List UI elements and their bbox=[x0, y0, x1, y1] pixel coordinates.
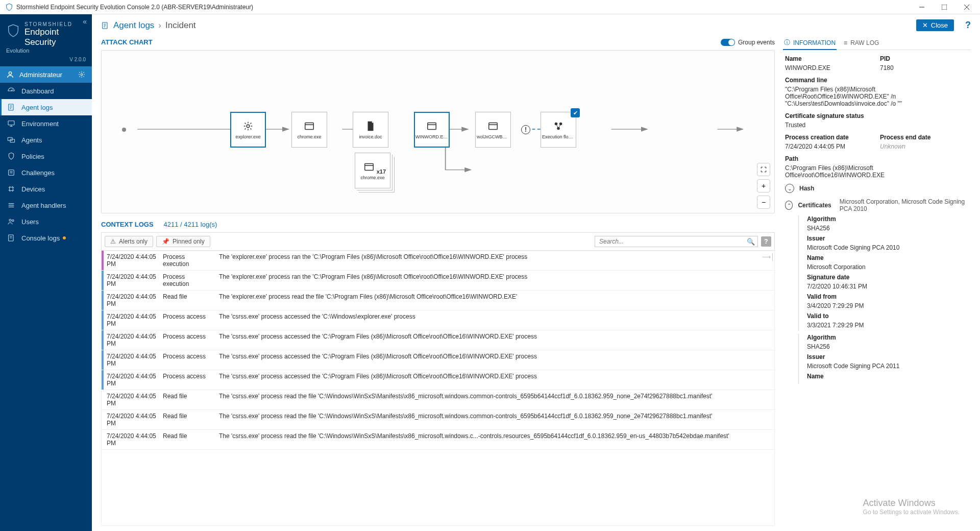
pin-icon[interactable] bbox=[762, 350, 774, 355]
log-row[interactable]: 7/24/2020 4:44:05 PMProcess accessThe 'c… bbox=[102, 370, 774, 390]
svg-point-44 bbox=[555, 123, 558, 126]
log-timestamp: 7/24/2020 4:44:05 PM bbox=[104, 310, 160, 330]
pin-icon[interactable] bbox=[762, 330, 774, 335]
node-wol[interactable]: wolJxGCWBZ.e... bbox=[475, 112, 511, 148]
context-help-icon[interactable]: ? bbox=[761, 236, 771, 247]
log-description: The 'csrss.exe' process accessed the 'C:… bbox=[216, 330, 762, 343]
search-icon[interactable]: 🔍 bbox=[747, 238, 755, 246]
log-row[interactable]: 7/24/2020 4:44:05 PMRead fileThe 'csrss.… bbox=[102, 410, 774, 430]
sidebar-item-label: Dashboard bbox=[21, 87, 54, 95]
pinned-only-button[interactable]: 📌Pinned only bbox=[156, 236, 210, 247]
sidebar-admin[interactable]: Administrateur bbox=[0, 66, 92, 83]
breadcrumb-root[interactable]: Agent logs bbox=[113, 20, 154, 31]
group-events-toggle[interactable]: Group events bbox=[721, 39, 775, 46]
log-timestamp: 7/24/2020 4:44:05 PM bbox=[104, 291, 160, 310]
collapse-sidebar-icon[interactable]: « bbox=[83, 17, 87, 26]
fullscreen-button[interactable] bbox=[757, 163, 770, 176]
brand-line3: Evolution bbox=[6, 47, 86, 54]
switch-icon bbox=[721, 39, 735, 46]
node-execution-flow[interactable]: ✔ Execution flow... bbox=[541, 112, 576, 148]
challenges-icon bbox=[7, 168, 15, 177]
log-row[interactable]: 7/24/2020 4:44:05 PMProcess accessThe 'c… bbox=[102, 330, 774, 350]
search-input[interactable] bbox=[595, 236, 758, 247]
maximize-button[interactable] bbox=[933, 0, 955, 14]
certificates-expander[interactable]: ⌃ Certificates Microsoft Corporation, Mi… bbox=[785, 198, 969, 212]
minimize-button[interactable] bbox=[911, 0, 933, 14]
log-row[interactable]: 7/24/2020 4:44:05 PMRead fileThe 'explor… bbox=[102, 291, 774, 310]
info-icon: ⓘ bbox=[784, 38, 790, 47]
log-action: Read file bbox=[160, 430, 216, 442]
log-action: Process access bbox=[160, 310, 216, 323]
certificate-details-2: Algorithm SHA256 Issuer Microsoft Code S… bbox=[798, 334, 969, 384]
context-logs-table[interactable]: 7/24/2020 4:44:05 PMProcess executionThe… bbox=[101, 251, 775, 526]
pin-icon[interactable] bbox=[762, 370, 774, 375]
sidebar-item-environment[interactable]: Environment bbox=[0, 115, 92, 132]
node-chrome[interactable]: chrome.exe bbox=[291, 112, 327, 148]
pin-icon[interactable] bbox=[762, 410, 774, 415]
tab-raw-log[interactable]: ≡RAW LOG bbox=[843, 36, 880, 50]
sidebar: « STORMSHIELD Endpoint Security Evolutio… bbox=[0, 14, 92, 531]
breadcrumb: Agent logs › Incident ✕Close ? bbox=[92, 14, 980, 36]
handlers-icon bbox=[7, 201, 15, 209]
close-incident-button[interactable]: ✕Close bbox=[916, 19, 954, 31]
zoom-in-button[interactable]: + bbox=[757, 179, 770, 192]
warning-icon[interactable]: ! bbox=[521, 125, 530, 134]
sidebar-item-agents[interactable]: Agents bbox=[0, 132, 92, 148]
log-timestamp: 7/24/2020 4:44:05 PM bbox=[104, 350, 160, 370]
log-description: The 'csrss.exe' process read the file 'C… bbox=[216, 430, 762, 442]
log-row[interactable]: 7/24/2020 4:44:05 PMProcess accessThe 'c… bbox=[102, 310, 774, 330]
brand-version: V 2.0.0 bbox=[6, 57, 86, 62]
node-explorer[interactable]: explorer.exe bbox=[230, 112, 266, 148]
sidebar-item-dashboard[interactable]: Dashboard bbox=[0, 83, 92, 99]
policies-icon bbox=[7, 152, 15, 160]
node-winword[interactable]: WINWORD.EXE bbox=[414, 112, 450, 148]
certificate-details: Algorithm SHA256 Issuer Microsoft Code S… bbox=[798, 215, 969, 331]
svg-point-5 bbox=[81, 74, 83, 76]
alerts-only-button[interactable]: ⚠Alerts only bbox=[105, 236, 153, 247]
log-action: Process access bbox=[160, 350, 216, 363]
svg-rect-18 bbox=[10, 187, 13, 191]
close-icon: ✕ bbox=[922, 21, 928, 29]
node-invoice-doc[interactable]: invoice.doc bbox=[353, 112, 388, 148]
sidebar-item-agent-handlers[interactable]: Agent handlers bbox=[0, 197, 92, 213]
log-row[interactable]: 7/24/2020 4:44:05 PMProcess executionThe… bbox=[102, 271, 774, 291]
sidebar-item-users[interactable]: Users bbox=[0, 213, 92, 230]
log-row[interactable]: 7/24/2020 4:44:05 PMRead fileThe 'csrss.… bbox=[102, 430, 774, 450]
pin-icon[interactable] bbox=[762, 291, 774, 296]
chevron-up-icon: ⌃ bbox=[785, 201, 793, 210]
flow-icon bbox=[552, 120, 565, 132]
help-icon[interactable]: ? bbox=[965, 20, 971, 31]
zoom-out-button[interactable]: − bbox=[757, 196, 770, 209]
close-window-button[interactable] bbox=[955, 0, 978, 14]
pin-icon[interactable] bbox=[762, 390, 774, 395]
sidebar-item-console-logs[interactable]: Console logs bbox=[0, 230, 92, 246]
pin-icon[interactable] bbox=[762, 271, 774, 276]
attack-chart[interactable]: explorer.exe chrome.exe invoice.doc bbox=[101, 50, 775, 213]
sidebar-item-devices[interactable]: Devices bbox=[0, 181, 92, 197]
log-row[interactable]: 7/24/2020 4:44:05 PMProcess accessThe 'c… bbox=[102, 350, 774, 370]
sidebar-item-label: Agent handlers bbox=[21, 202, 66, 209]
sidebar-item-label: Agents bbox=[21, 136, 42, 144]
svg-point-23 bbox=[12, 220, 14, 221]
log-timestamp: 7/24/2020 4:44:05 PM bbox=[104, 430, 160, 449]
gear-icon[interactable] bbox=[78, 70, 86, 79]
hash-expander[interactable]: ⌄ Hash bbox=[785, 184, 969, 193]
pin-icon[interactable] bbox=[762, 310, 774, 316]
sidebar-item-challenges[interactable]: Challenges bbox=[0, 164, 92, 181]
svg-point-37 bbox=[247, 125, 250, 128]
sidebar-item-label: Challenges bbox=[21, 169, 55, 177]
log-row[interactable]: 7/24/2020 4:44:05 PMProcess executionThe… bbox=[102, 251, 774, 271]
svg-rect-1 bbox=[942, 5, 947, 10]
node-chrome-stack[interactable]: x17 chrome.exe bbox=[355, 153, 390, 188]
tab-information[interactable]: ⓘINFORMATION bbox=[783, 36, 837, 50]
sidebar-item-agent-logs[interactable]: Agent logs bbox=[0, 99, 92, 115]
log-row[interactable]: 7/24/2020 4:44:05 PMRead fileThe 'csrss.… bbox=[102, 390, 774, 410]
sidebar-item-policies[interactable]: Policies bbox=[0, 148, 92, 164]
pin-icon[interactable] bbox=[762, 430, 774, 435]
breadcrumb-current: Incident bbox=[165, 20, 196, 31]
log-description: The 'csrss.exe' process read the file 'C… bbox=[216, 390, 762, 402]
users-icon bbox=[7, 218, 15, 226]
log-timestamp: 7/24/2020 4:44:05 PM bbox=[104, 330, 160, 350]
pin-icon[interactable]: ⟶│ bbox=[762, 251, 774, 263]
logs-icon bbox=[7, 103, 15, 111]
